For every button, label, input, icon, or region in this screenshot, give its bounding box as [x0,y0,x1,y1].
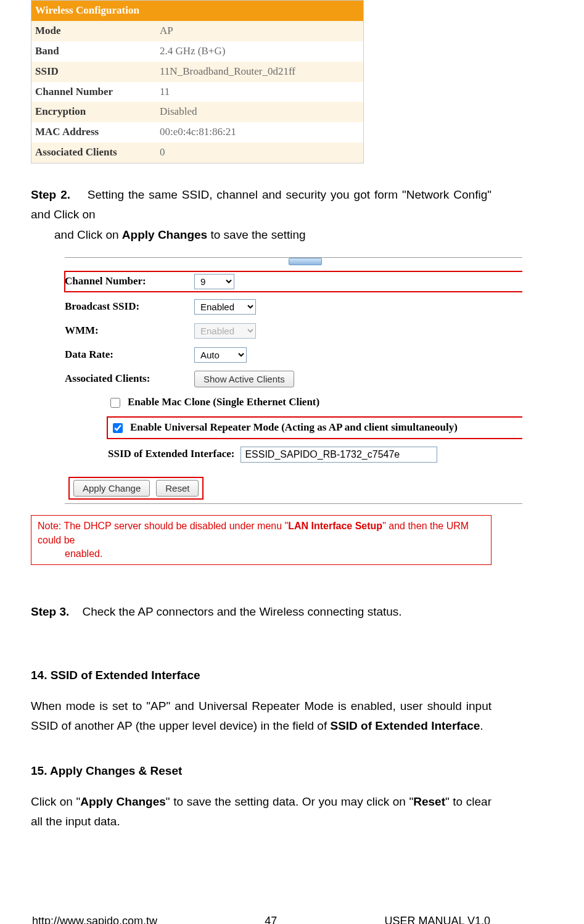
config-panel: Channel Number: 9 Broadcast SSID: Enable… [65,257,522,504]
row-label: Associated Clients [31,142,157,163]
urm-row: Enable Universal Repeater Mode (Acting a… [107,416,522,439]
panel-bottom-rule [65,503,522,504]
row-label: Encryption [31,102,157,122]
row-value: 2.4 GHz (B+G) [156,41,364,62]
section15-heading: 15. Apply Changes & Reset [31,761,491,781]
step2-bold: Apply Changes [122,228,207,241]
channel-select[interactable]: 9 [194,274,234,289]
row-label: MAC Address [31,122,157,142]
broadcast-label: Broadcast SSID: [65,298,194,316]
scroll-thumb [289,258,322,265]
button-row: Apply Change Reset [68,477,204,500]
show-active-clients-button[interactable]: Show Active Clients [194,371,294,387]
step3-paragraph: Step 3. Check the AP connectors and the … [31,602,491,622]
wmm-label: WMM: [65,322,194,340]
mac-clone-checkbox[interactable] [110,398,120,408]
row-value: AP [156,21,364,41]
broadcast-select[interactable]: Enabled [194,299,256,315]
note-prefix: Note: The DHCP server should be disabled… [38,521,288,531]
row-label: SSID [31,62,157,82]
section14-text: When mode is set to "AP" and Universal R… [31,696,491,736]
step2-text-b: to save the setting [207,228,306,241]
assoc-row: Associated Clients: Show Active Clients [65,370,522,388]
channel-row: Channel Number: 9 [65,271,522,292]
footer-page: 47 [265,912,277,924]
row-label: Mode [31,21,157,41]
step2-label: Step 2. [31,188,70,201]
broadcast-row: Broadcast SSID: Enabled [65,298,522,316]
row-value: 00:e0:4c:81:86:21 [156,122,364,142]
datarate-row: Data Rate: Auto [65,346,522,364]
wireless-config-table: Wireless Configuration ModeAP Band2.4 GH… [31,0,364,163]
step2-text-a: Setting the same SSID, channel and secur… [31,188,491,221]
wireless-config-header: Wireless Configuration [31,1,364,21]
step3-label: Step 3. [31,605,69,618]
step3-text: Check the AP connectors and the Wireless… [82,605,401,618]
urm-label: Enable Universal Repeater Mode (Acting a… [130,419,458,437]
row-value: 11N_Broadband_Router_0d21ff [156,62,364,82]
note-box: Note: The DHCP server should be disabled… [31,515,491,565]
mac-clone-label: Enable Mac Clone (Single Ethernet Client… [128,394,319,411]
apply-change-button[interactable]: Apply Change [73,480,150,497]
datarate-select[interactable]: Auto [194,347,247,363]
wmm-select: Enabled [194,323,256,339]
row-value: 11 [156,82,364,102]
row-value: Disabled [156,102,364,122]
page-footer: http://www.sapido.com.tw 47 USER MANUAL … [31,912,491,924]
assoc-label: Associated Clients: [65,370,194,388]
ssid-ext-row: SSID of Extended Interface: [108,445,522,463]
mac-clone-row: Enable Mac Clone (Single Ethernet Client… [108,394,522,411]
datarate-label: Data Rate: [65,346,194,364]
urm-checkbox[interactable] [113,423,123,433]
channel-label: Channel Number: [65,273,194,291]
row-value: 0 [156,142,364,163]
note-suffix2: enabled. [38,547,485,561]
footer-url: http://www.sapido.com.tw [32,912,157,924]
ssid-ext-label: SSID of Extended Interface: [108,445,234,463]
note-bold: LAN Interface Setup [288,521,382,531]
step2-paragraph: Step 2. Setting the same SSID, channel a… [31,185,491,245]
reset-button[interactable]: Reset [156,480,199,497]
section15-text: Click on "Apply Changes" to save the set… [31,792,491,832]
row-label: Channel Number [31,82,157,102]
row-label: Band [31,41,157,62]
ssid-ext-input[interactable] [241,447,437,463]
wmm-row: WMM: Enabled [65,322,522,340]
footer-manual: USER MANUAL V1.0 [385,912,490,924]
section14-heading: 14. SSID of Extended Interface [31,666,491,685]
